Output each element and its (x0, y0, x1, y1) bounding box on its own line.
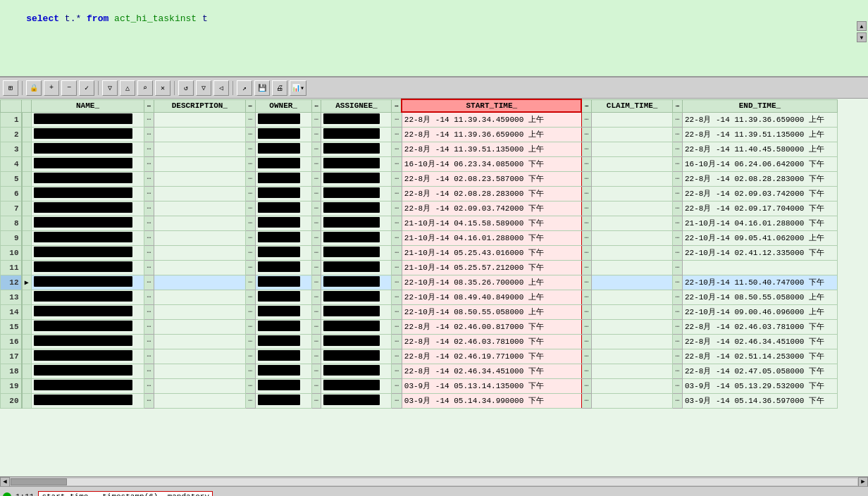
expand-NAME_[interactable]: ⋯ (144, 186, 154, 201)
expand-DESCRIPTION_[interactable]: ⋯ (245, 260, 255, 275)
cell-NAME_[interactable] (32, 112, 144, 127)
expand-START_TIME_[interactable]: ⋯ (581, 319, 591, 334)
cell-NAME_[interactable] (32, 349, 144, 364)
expand-NAME_[interactable]: ⋯ (144, 201, 154, 216)
expand-DESCRIPTION_[interactable]: ⋯ (245, 156, 255, 171)
cell-NAME_[interactable] (32, 304, 144, 319)
expand-DESCRIPTION_[interactable]: ⋯ (245, 230, 255, 245)
cell-DESCRIPTION_[interactable] (154, 186, 245, 201)
cell-CLAIM_TIME_[interactable] (592, 349, 673, 364)
cell-OWNER_[interactable] (255, 186, 311, 201)
expand-START_TIME_[interactable]: ⋯ (581, 275, 591, 290)
cell-START_TIME_[interactable]: 21-10月-14 04.16.01.288000 下午 (402, 230, 581, 245)
horizontal-scrollbar[interactable]: ◀ ▶ (0, 476, 868, 486)
cell-DESCRIPTION_[interactable] (154, 201, 245, 216)
cell-CLAIM_TIME_[interactable] (592, 171, 673, 186)
expand-OWNER_[interactable]: ⋯ (311, 364, 321, 378)
expand-DESCRIPTION_[interactable]: ⋯ (245, 171, 255, 186)
cell-END_TIME_[interactable]: 22-8月 -14 02.46.03.781000 下午 (682, 319, 837, 334)
expand-NAME_[interactable]: ⋯ (144, 334, 154, 349)
expand-NAME_[interactable]: ⋯ (144, 127, 154, 142)
expand-START_TIME_[interactable]: ⋯ (581, 186, 591, 201)
expand-CLAIM_TIME_[interactable]: ⋯ (673, 319, 683, 334)
cell-END_TIME_[interactable]: 22-8月 -14 02.47.05.058000 下午 (682, 364, 837, 378)
col-expand-6[interactable]: ⋯ (673, 99, 683, 112)
cell-START_TIME_[interactable]: 03-9月 -14 05.13.14.135000 下午 (402, 378, 581, 393)
expand-OWNER_[interactable]: ⋯ (311, 334, 321, 349)
cell-START_TIME_[interactable]: 22-8月 -14 11.39.36.659000 上午 (402, 127, 581, 142)
table-row[interactable]: 11⋯⋯⋯⋯21-10月-14 05.25.57.212000 下午⋯⋯ (1, 260, 838, 275)
query-text[interactable]: select t.* from act_hi_taskinst t (4, 3, 864, 35)
expand-CLAIM_TIME_[interactable]: ⋯ (673, 201, 683, 216)
cell-NAME_[interactable] (32, 127, 144, 142)
cell-END_TIME_[interactable]: 22-10月-14 11.50.40.747000 下午 (682, 275, 837, 290)
expand-START_TIME_[interactable]: ⋯ (581, 171, 591, 186)
expand-START_TIME_[interactable]: ⋯ (581, 364, 591, 378)
refresh-button[interactable]: ↺ (178, 80, 194, 96)
expand-DESCRIPTION_[interactable]: ⋯ (245, 142, 255, 156)
table-row[interactable]: 12▶⋯⋯⋯⋯22-10月-14 08.35.26.700000 上午⋯⋯22-… (1, 275, 838, 290)
cell-END_TIME_[interactable]: 22-10月-14 09.05.41.062000 上午 (682, 230, 837, 245)
table-row[interactable]: 16⋯⋯⋯⋯22-8月 -14 02.46.03.781000 下午⋯⋯22-8… (1, 334, 838, 349)
expand-OWNER_[interactable]: ⋯ (311, 275, 321, 290)
col-END_TIME_[interactable]: END_TIME_ (682, 99, 837, 112)
table-row[interactable]: 6⋯⋯⋯⋯22-8月 -14 02.08.28.283000 下午⋯⋯22-8月… (1, 186, 838, 201)
expand-NAME_[interactable]: ⋯ (144, 112, 154, 127)
cell-START_TIME_[interactable]: 21-10月-14 05.25.57.212000 下午 (402, 260, 581, 275)
add-row-button[interactable]: + (44, 80, 59, 96)
cell-END_TIME_[interactable]: 22-8月 -14 11.39.36.659000 上午 (682, 112, 837, 127)
table-row[interactable]: 10⋯⋯⋯⋯21-10月-14 05.25.43.016000 下午⋯⋯22-1… (1, 245, 838, 260)
filter-active-button[interactable]: ▽ (196, 80, 211, 96)
expand-ASSIGNEE_[interactable]: ⋯ (392, 201, 402, 216)
expand-CLAIM_TIME_[interactable]: ⋯ (673, 364, 683, 378)
cell-ASSIGNEE_[interactable] (321, 260, 392, 275)
expand-NAME_[interactable]: ⋯ (144, 349, 154, 364)
cell-END_TIME_[interactable]: 22-8月 -14 02.09.17.704000 下午 (682, 201, 837, 216)
table-row[interactable]: 1⋯⋯⋯⋯22-8月 -14 11.39.34.459000 上午⋯⋯22-8月… (1, 112, 838, 127)
expand-START_TIME_[interactable]: ⋯ (581, 304, 591, 319)
expand-OWNER_[interactable]: ⋯ (311, 260, 321, 275)
expand-NAME_[interactable]: ⋯ (144, 319, 154, 334)
expand-CLAIM_TIME_[interactable]: ⋯ (673, 216, 683, 230)
expand-START_TIME_[interactable]: ⋯ (581, 127, 591, 142)
grid-view-button[interactable]: ⊞ (3, 80, 18, 96)
cell-ASSIGNEE_[interactable] (321, 378, 392, 393)
cell-END_TIME_[interactable]: 22-8月 -14 02.09.03.742000 下午 (682, 186, 837, 201)
cell-DESCRIPTION_[interactable] (154, 319, 245, 334)
expand-OWNER_[interactable]: ⋯ (311, 304, 321, 319)
cell-OWNER_[interactable] (255, 319, 311, 334)
cell-DESCRIPTION_[interactable] (154, 393, 245, 408)
col-expand-1[interactable]: ⋯ (144, 99, 154, 112)
expand-DESCRIPTION_[interactable]: ⋯ (245, 349, 255, 364)
cell-START_TIME_[interactable]: 22-10月-14 08.35.26.700000 上午 (402, 275, 581, 290)
cell-DESCRIPTION_[interactable] (154, 378, 245, 393)
cell-CLAIM_TIME_[interactable] (592, 230, 673, 245)
expand-NAME_[interactable]: ⋯ (144, 230, 154, 245)
save-button[interactable]: 💾 (254, 80, 270, 96)
cell-END_TIME_[interactable]: 03-9月 -14 05.14.36.597000 下午 (682, 393, 837, 408)
cell-DESCRIPTION_[interactable] (154, 216, 245, 230)
table-row[interactable]: 5⋯⋯⋯⋯22-8月 -14 02.08.23.587000 下午⋯⋯22-8月… (1, 171, 838, 186)
expand-START_TIME_[interactable]: ⋯ (581, 245, 591, 260)
expand-DESCRIPTION_[interactable]: ⋯ (245, 319, 255, 334)
expand-NAME_[interactable]: ⋯ (144, 260, 154, 275)
cell-DESCRIPTION_[interactable] (154, 127, 245, 142)
cell-END_TIME_[interactable]: 22-8月 -14 02.08.28.283000 下午 (682, 171, 837, 186)
cell-START_TIME_[interactable]: 22-8月 -14 02.09.03.742000 下午 (402, 201, 581, 216)
expand-ASSIGNEE_[interactable]: ⋯ (392, 349, 402, 364)
expand-ASSIGNEE_[interactable]: ⋯ (392, 112, 402, 127)
cell-START_TIME_[interactable]: 22-8月 -14 11.39.34.459000 上午 (402, 112, 581, 127)
cell-ASSIGNEE_[interactable] (321, 334, 392, 349)
cell-ASSIGNEE_[interactable] (321, 349, 392, 364)
expand-CLAIM_TIME_[interactable]: ⋯ (673, 290, 683, 304)
expand-OWNER_[interactable]: ⋯ (311, 112, 321, 127)
expand-CLAIM_TIME_[interactable]: ⋯ (673, 275, 683, 290)
cell-NAME_[interactable] (32, 142, 144, 156)
cell-DESCRIPTION_[interactable] (154, 112, 245, 127)
cell-DESCRIPTION_[interactable] (154, 260, 245, 275)
cell-START_TIME_[interactable]: 03-9月 -14 05.14.34.990000 下午 (402, 393, 581, 408)
cell-OWNER_[interactable] (255, 275, 311, 290)
cell-NAME_[interactable] (32, 334, 144, 349)
cell-OWNER_[interactable] (255, 364, 311, 378)
expand-START_TIME_[interactable]: ⋯ (581, 112, 591, 127)
